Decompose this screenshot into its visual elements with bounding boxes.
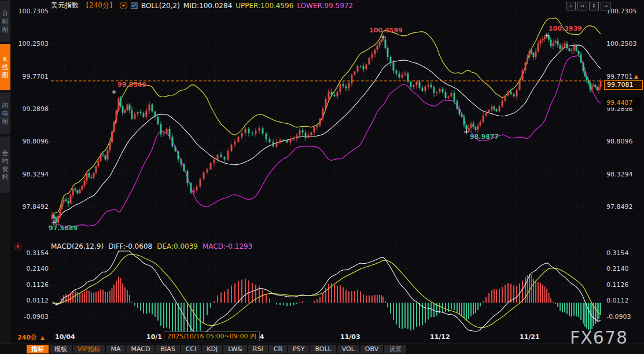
macd-header: MACD(26,12,9) DIFF:-0.0608 DEA:0.0039 MA…	[51, 242, 252, 250]
pan-icon[interactable]: +	[566, 2, 576, 10]
indicator-toolbar: 指标模板VIP指标MAMACDBIASCCIKDJLW&RSICRPSYBOLL…	[0, 344, 644, 354]
toolbar-button-CCI[interactable]: CCI	[181, 345, 201, 353]
main-ytick-right-6: 97.8492	[606, 203, 633, 211]
swing-annotation-4: 97.5889	[49, 224, 78, 232]
swing-annotation-1: 100.3599	[369, 27, 403, 34]
toolbar-button-设置[interactable]: 设置	[384, 345, 406, 353]
toolbar-button-KDJ[interactable]: KDJ	[202, 345, 222, 353]
main-ytick-right-4: 98.8096	[606, 138, 633, 146]
price-chart-canvas[interactable]	[0, 0, 644, 354]
sidebar-tab-2[interactable]: K线图	[0, 44, 10, 90]
main-ytick-right-0: 100.7305	[606, 8, 637, 16]
swing-annotation-2: 100.3939	[549, 25, 582, 32]
x-axis-label-4: 11/12	[430, 333, 450, 341]
secondary-price-tag: 99.4487	[604, 98, 641, 108]
period-badge[interactable]: 【240分】	[82, 1, 116, 10]
candle-time-tooltip: 2025/10/16 05:00~09:00 四	[164, 331, 260, 341]
macd-ytick-left-3: 0.0112	[13, 297, 49, 305]
toolbar-button-BIAS[interactable]: BIAS	[156, 345, 179, 353]
zoom-y-icon[interactable]: ↕	[589, 2, 599, 10]
boll-label: BOLL(20,2)	[141, 2, 180, 10]
toolbar-button-MA[interactable]: MA	[106, 345, 125, 353]
main-ytick-left-3: 99.2898	[13, 105, 49, 113]
triangle-up-icon: ▲	[41, 335, 45, 341]
toolbar-button-LW&[interactable]: LW&	[223, 345, 247, 353]
period-selector-label: 240分	[17, 334, 37, 341]
main-ytick-left-1: 100.2503	[13, 40, 49, 48]
toolbar-button-RSI[interactable]: RSI	[248, 345, 268, 353]
macd-ytick-right-4: -0.0903	[606, 313, 631, 321]
zoom-x-icon[interactable]: ↔	[577, 2, 587, 10]
toolbar-button-VOL[interactable]: VOL	[337, 345, 359, 353]
macd-ytick-left-0: 0.3154	[13, 249, 49, 257]
boll-mid-value: MID:100.0284	[183, 2, 232, 10]
x-axis-label-1: 10/1	[146, 333, 162, 341]
macd-ytick-right-2: 0.1126	[606, 281, 629, 289]
main-ytick-right-5: 98.3294	[606, 171, 633, 179]
plus-circle-icon[interactable]: +	[120, 2, 127, 9]
main-ytick-left-5: 98.3294	[13, 171, 49, 179]
toolbar-button-指标[interactable]: 指标	[27, 345, 49, 353]
sidebar-tab-1[interactable]: 分时图	[0, 1, 10, 42]
shift-axis-icon[interactable]: →	[601, 2, 610, 10]
boll-upper-value: UPPER:100.4596	[235, 2, 293, 10]
up-arrow-icon: ▲	[634, 73, 638, 79]
main-ytick-right-1: 100.2503	[606, 40, 637, 48]
period-selector[interactable]: 240分▲	[17, 333, 45, 342]
boll-lower-value: LOWER:99.5972	[297, 2, 353, 10]
main-ytick-right-2: 99.7701	[606, 73, 633, 81]
toolbar-button-模板[interactable]: 模板	[50, 345, 72, 353]
macd-diff-value: DIFF:-0.0608	[108, 242, 152, 250]
macd-ytick-left-2: 0.1126	[13, 281, 49, 289]
current-price-tag: 99.7081	[604, 80, 643, 90]
chart-type-sidebar: 分时图K线图闪电图合约资料	[0, 0, 10, 354]
x-axis-label-0: 10/04	[55, 333, 75, 341]
toolbar-button-PSY[interactable]: PSY	[288, 345, 309, 353]
macd-ytick-right-3: 0.0112	[606, 297, 629, 305]
x-axis-label-3: 11/03	[340, 333, 360, 341]
main-ytick-left-2: 99.7701	[13, 73, 49, 81]
sidebar-tab-4[interactable]: 合约资料	[0, 137, 10, 193]
indicator-settings-icon[interactable]	[14, 242, 22, 250]
macd-ytick-right-0: 0.3154	[606, 249, 629, 257]
macd-ytick-left-4: -0.0903	[13, 313, 49, 321]
symbol-name: 美元指数	[51, 1, 79, 10]
macd-label: MACD(26,12,9)	[51, 242, 104, 250]
main-ytick-left-4: 98.8096	[13, 138, 49, 146]
chart-window-controls: +↔↕→	[566, 2, 610, 10]
swing-annotation-3: 98.9877	[470, 133, 499, 141]
toolbar-button-BOLL[interactable]: BOLL	[310, 345, 336, 353]
toolbar-button-CR[interactable]: CR	[269, 345, 287, 353]
x-axis-label-5: 11/21	[520, 333, 540, 341]
mini-chart-icon	[131, 2, 138, 9]
toolbar-button-OBV[interactable]: OBV	[360, 345, 383, 353]
toolbar-button-MACD[interactable]: MACD	[126, 345, 154, 353]
chart-header: 美元指数 【240分】 + BOLL(20,2) MID:100.0284 UP…	[51, 1, 353, 10]
swing-annotation-0: 99.5549	[117, 81, 146, 89]
macd-hist-value: MACD:-0.1293	[203, 242, 252, 250]
trading-terminal: 分时图K线图闪电图合约资料 美元指数 【240分】 + BOLL(20,2) M…	[0, 0, 644, 354]
macd-ytick-left-1: 0.2140	[13, 265, 49, 273]
macd-ytick-right-1: 0.2140	[606, 265, 629, 273]
main-ytick-left-6: 97.8492	[13, 203, 49, 211]
macd-dea-value: DEA:0.0039	[157, 242, 198, 250]
main-ytick-left-0: 100.7305	[13, 8, 49, 16]
sidebar-tab-3[interactable]: 闪电图	[0, 93, 10, 134]
toolbar-button-VIP指标[interactable]: VIP指标	[73, 345, 105, 353]
